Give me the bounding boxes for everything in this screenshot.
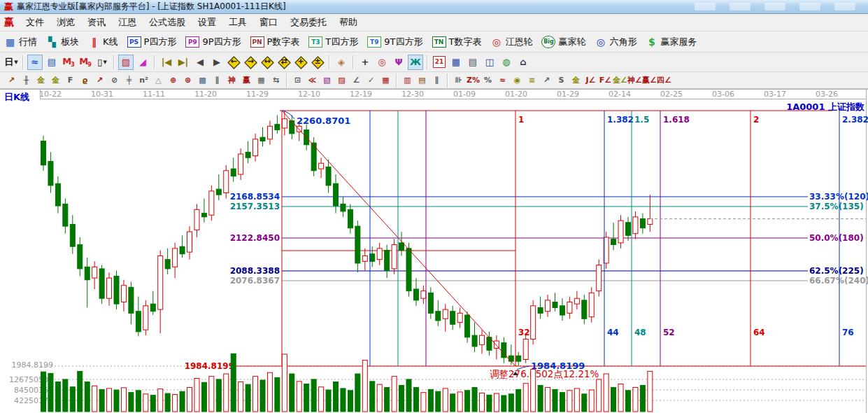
gann-web-tool-button[interactable]: Ж bbox=[408, 55, 423, 70]
draw-tool-32[interactable]: ⊪ bbox=[451, 74, 466, 87]
menu-item-5[interactable]: 设置 bbox=[192, 15, 222, 29]
toolbar-item-t-number-table[interactable]: TNT数字表 bbox=[432, 36, 482, 48]
workstation-button[interactable]: ⌂ bbox=[515, 55, 531, 70]
kline-chart[interactable]: 10-2210-3111-1111-2011-2912-1012-1912-30… bbox=[0, 89, 868, 413]
draw-tool-8[interactable]: ╪ bbox=[122, 74, 136, 87]
menu-item-0[interactable]: 文件 bbox=[20, 15, 50, 29]
toolbar-item-gann-wheel[interactable]: ◎江恩轮 bbox=[490, 36, 532, 48]
toolbar-item-winner-wheel[interactable]: Big赢家轮 bbox=[541, 36, 585, 48]
draw-tool-46[interactable]: 四∠ bbox=[657, 74, 671, 87]
toolbar-item-winner-service[interactable]: $赢家服务 bbox=[646, 36, 697, 48]
diamond-zoom-in-button[interactable]: + bbox=[293, 55, 308, 70]
toolbar-item-sector-blocks[interactable]: ▚板块 bbox=[46, 36, 79, 48]
candle-style-dropdown-button[interactable]: ▯▼ bbox=[94, 55, 110, 70]
draw-tool-2[interactable]: 金 bbox=[34, 74, 48, 87]
draw-tool-29[interactable]: ▤ bbox=[415, 74, 429, 87]
draw-tool-30[interactable]: ∥ bbox=[429, 74, 444, 87]
draw-tool-3[interactable]: 金 bbox=[48, 74, 63, 87]
info-view-button[interactable]: ▤ bbox=[44, 55, 59, 70]
draw-tool-22[interactable]: ▧ bbox=[320, 74, 334, 87]
next-bar-button[interactable]: ▶ bbox=[209, 55, 225, 70]
draw-tool-45[interactable]: 赢∠ bbox=[642, 74, 657, 87]
menu-item-7[interactable]: 窗口 bbox=[253, 15, 284, 29]
toolbar-item-p9-square[interactable]: P99P四方形 bbox=[185, 36, 241, 48]
draw-tool-16[interactable]: 赢 bbox=[239, 74, 254, 87]
menu-item-8[interactable]: 交易委托 bbox=[284, 15, 333, 29]
pointer-off-button[interactable]: ◎ bbox=[374, 55, 390, 70]
draw-tool-15[interactable]: 神 bbox=[225, 74, 239, 87]
toolbar-item-market-quotes[interactable]: ▦行情 bbox=[4, 36, 37, 48]
draw-tool-20[interactable]: ⊡ bbox=[290, 74, 305, 87]
draw-tool-43[interactable]: 金∠ bbox=[613, 74, 627, 87]
calculator-button[interactable]: ▦ bbox=[448, 55, 464, 70]
draw-tool-39[interactable]: S bbox=[554, 74, 569, 87]
crosshair-tool-button[interactable]: + bbox=[357, 55, 373, 70]
draw-tool-42[interactable]: F∠ bbox=[598, 74, 613, 87]
toolbar-item-p-square[interactable]: PSP四方形 bbox=[127, 36, 177, 48]
fib-ratio-label: 2.382 bbox=[842, 115, 868, 125]
draw-tool-28[interactable]: ▥ bbox=[400, 74, 415, 87]
draw-tool-44[interactable]: 神∠ bbox=[627, 74, 642, 87]
zigzag-view-button[interactable]: ≈ bbox=[27, 55, 43, 70]
calendar-21-button[interactable]: 21 bbox=[432, 55, 447, 70]
toolbar-item-p-number-table[interactable]: PNP数字表 bbox=[250, 36, 300, 48]
draw-tool-14[interactable]: ∥ bbox=[210, 74, 225, 87]
toolbar-item-kline[interactable]: ‖K线 bbox=[88, 36, 118, 48]
hand-tool-button[interactable]: ◈ bbox=[334, 55, 349, 70]
pattern-view-button[interactable]: ▨ bbox=[118, 55, 134, 70]
diamond-compress-button[interactable]: ⇄ bbox=[276, 55, 292, 70]
draw-tool-36[interactable]: ◉ bbox=[510, 74, 525, 87]
save-button[interactable]: ◫ bbox=[482, 55, 497, 70]
draw-tool-41[interactable]: J∠ bbox=[583, 74, 598, 87]
diamond-shift-right-button[interactable]: → bbox=[243, 55, 258, 70]
draw-tool-7[interactable]: ⊘ bbox=[107, 74, 122, 87]
draw-tool-35[interactable]: ≈ bbox=[495, 74, 510, 87]
draw-tool-9[interactable]: n² bbox=[136, 74, 151, 87]
draw-tool-0[interactable]: ↗ bbox=[4, 74, 19, 87]
toolbar-item-t-square[interactable]: T3T四方形 bbox=[308, 36, 358, 48]
menu-item-3[interactable]: 江恩 bbox=[112, 15, 143, 29]
wave-9-button[interactable]: M9 bbox=[78, 55, 93, 70]
draw-tool-6[interactable]: ↗ bbox=[92, 74, 107, 87]
diamond-zoom-out-button[interactable]: ± bbox=[310, 55, 325, 70]
draw-tool-25[interactable]: ✓ bbox=[364, 74, 378, 87]
draw-tool-11[interactable]: ⊕ bbox=[166, 74, 180, 87]
draw-tool-33[interactable]: Z% bbox=[466, 74, 481, 87]
draw-tool-13[interactable]: ▩ bbox=[195, 74, 210, 87]
draw-tool-23[interactable]: ▨ bbox=[334, 74, 349, 87]
prev-bar-button[interactable]: ◀ bbox=[192, 55, 208, 70]
draw-tool-4[interactable]: F bbox=[63, 74, 78, 87]
draw-tool-34[interactable]: % bbox=[481, 74, 495, 87]
menu-item-1[interactable]: 浏览 bbox=[50, 15, 81, 29]
menu-item-6[interactable]: 工具 bbox=[222, 15, 253, 29]
draw-tool-5[interactable]: ϱ bbox=[78, 74, 92, 87]
toolbar-item-t9-square[interactable]: T99T四方形 bbox=[367, 36, 422, 48]
diamond-expand-button[interactable]: ↔ bbox=[259, 55, 275, 70]
draw-tool-26[interactable]: ▦ bbox=[378, 74, 393, 87]
menu-item-9[interactable]: 帮助 bbox=[333, 15, 364, 29]
draw-tool-38[interactable]: ↗ bbox=[539, 74, 554, 87]
volume-bar bbox=[406, 379, 411, 412]
toolbar-item-hexagon[interactable]: ◎六角形 bbox=[595, 36, 636, 48]
wave-3-button[interactable]: M3 bbox=[61, 55, 76, 70]
period-day-dropdown-button[interactable]: 日▼ bbox=[3, 55, 19, 70]
draw-tool-21[interactable]: ≪ bbox=[305, 74, 320, 87]
color-rank-button[interactable]: ◢ bbox=[135, 55, 150, 70]
draw-tool-40[interactable]: 金 bbox=[569, 74, 583, 87]
draw-tool-12[interactable]: ⊛ bbox=[180, 74, 195, 87]
draw-tool-1[interactable]: ╫ bbox=[19, 74, 34, 87]
network-button[interactable]: ◍ bbox=[499, 55, 514, 70]
chart-area[interactable]: 10-2210-3111-1111-2011-2912-1012-1912-30… bbox=[0, 89, 868, 413]
first-bar-button[interactable]: |◀ bbox=[159, 55, 174, 70]
draw-tool-18[interactable]: ⇆ bbox=[269, 74, 283, 87]
ribbon-tool-button[interactable]: Ψ bbox=[391, 55, 406, 70]
diamond-shift-left-button[interactable]: ← bbox=[226, 55, 241, 70]
draw-tool-37[interactable]: ≡ bbox=[525, 74, 539, 87]
draw-tool-17[interactable]: ▦ bbox=[254, 74, 269, 87]
draw-tool-24[interactable]: ∠ bbox=[349, 74, 364, 87]
notes-button[interactable]: ▤ bbox=[465, 55, 481, 70]
last-bar-button[interactable]: ▶| bbox=[176, 55, 191, 70]
menu-item-4[interactable]: 公式选股 bbox=[143, 15, 192, 29]
draw-tool-10[interactable]: △ bbox=[151, 74, 166, 87]
menu-item-2[interactable]: 资讯 bbox=[81, 15, 112, 29]
